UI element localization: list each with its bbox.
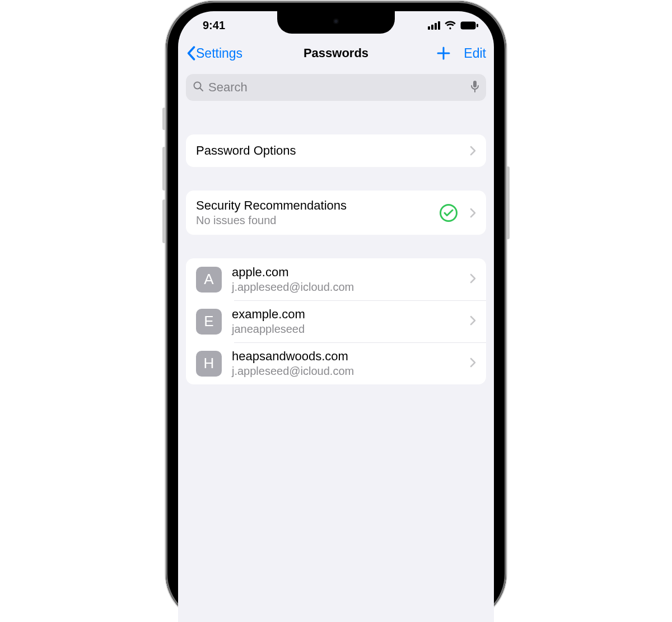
search-icon xyxy=(193,81,204,94)
site-icon: A xyxy=(196,267,222,293)
battery-icon xyxy=(460,21,478,30)
site-domain: apple.com xyxy=(232,265,460,280)
site-domain: example.com xyxy=(232,307,460,322)
iphone-frame: 9:41 xyxy=(166,1,506,622)
volume-up-button xyxy=(162,147,166,191)
site-username: j.appleseed@icloud.com xyxy=(232,281,460,294)
navigation-bar: Settings Passwords Edit xyxy=(178,39,494,67)
back-button[interactable]: Settings xyxy=(186,46,242,61)
side-button xyxy=(506,166,510,239)
security-subtitle: No issues found xyxy=(196,214,431,227)
site-icon: E xyxy=(196,309,222,335)
password-options-section: Password Options xyxy=(186,134,486,167)
site-domain: heapsandwoods.com xyxy=(232,349,460,364)
chevron-right-icon xyxy=(470,315,476,328)
svg-rect-4 xyxy=(473,81,477,87)
checkmark-icon xyxy=(440,204,458,222)
cellular-signal-icon xyxy=(428,21,440,30)
wifi-icon xyxy=(444,21,456,30)
notch xyxy=(277,11,395,34)
chevron-right-icon xyxy=(470,208,476,218)
site-username: janeappleseed xyxy=(232,323,460,336)
password-options-label: Password Options xyxy=(196,143,461,158)
volume-down-button xyxy=(162,199,166,243)
edit-button[interactable]: Edit xyxy=(464,46,486,61)
back-label: Settings xyxy=(196,46,242,61)
site-username: j.appleseed@icloud.com xyxy=(232,365,460,378)
dictation-icon[interactable] xyxy=(470,80,479,95)
svg-line-3 xyxy=(200,89,203,91)
security-section: Security Recommendations No issues found xyxy=(186,191,486,235)
chevron-right-icon xyxy=(470,273,476,286)
page-title: Passwords xyxy=(304,46,368,61)
password-row[interactable]: E example.com janeappleseed xyxy=(186,300,486,342)
chevron-right-icon xyxy=(470,358,476,370)
status-time: 9:41 xyxy=(194,19,225,32)
passwords-list: A apple.com j.appleseed@icloud.com E exa… xyxy=(186,258,486,384)
security-recommendations-cell[interactable]: Security Recommendations No issues found xyxy=(186,191,486,235)
svg-point-2 xyxy=(194,82,201,89)
search-input[interactable] xyxy=(208,80,466,95)
password-row[interactable]: H heapsandwoods.com j.appleseed@icloud.c… xyxy=(186,342,486,384)
security-title: Security Recommendations xyxy=(196,198,431,213)
chevron-right-icon xyxy=(470,146,476,156)
chevron-left-icon xyxy=(186,46,196,61)
screen: 9:41 xyxy=(178,11,494,622)
site-icon: H xyxy=(196,351,222,377)
svg-rect-1 xyxy=(477,24,478,27)
svg-rect-0 xyxy=(461,21,476,29)
search-field[interactable] xyxy=(186,74,486,101)
ring-silent-switch xyxy=(162,108,166,130)
password-options-cell[interactable]: Password Options xyxy=(186,134,486,167)
add-button[interactable] xyxy=(436,45,451,61)
password-row[interactable]: A apple.com j.appleseed@icloud.com xyxy=(186,258,486,300)
